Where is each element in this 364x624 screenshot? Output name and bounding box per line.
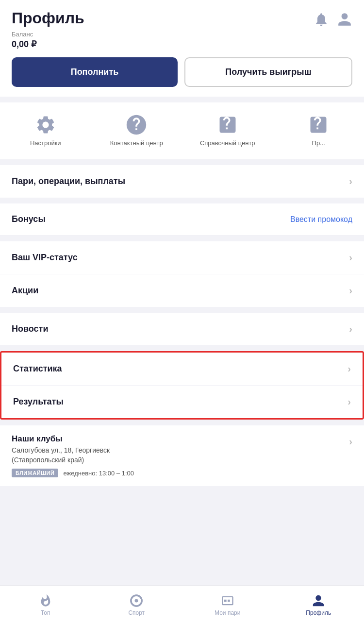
results-chevron-icon: › <box>347 396 351 407</box>
vip-menu-item[interactable]: Ваш VIP-статус › <box>0 241 364 274</box>
sport-icon <box>130 594 143 607</box>
news-chevron-icon: › <box>349 323 352 335</box>
bottom-nav: Топ Спорт Мои пари Профиль <box>0 585 364 624</box>
settings-label: Настройки <box>30 139 61 148</box>
quick-action-help[interactable]: Справочный центр <box>182 110 273 152</box>
clubs-chevron-icon: › <box>349 436 352 447</box>
more-icon <box>308 114 329 135</box>
quick-action-contact[interactable]: Контактный центр <box>91 110 182 152</box>
clubs-title: Наши клубы <box>12 434 134 444</box>
page-title: Профиль <box>12 10 84 27</box>
clubs-menu-item[interactable]: Наши клубы Салогубова ул., 18, Георгиевс… <box>0 425 364 486</box>
svg-point-2 <box>135 599 138 602</box>
nav-item-sport[interactable]: Спорт <box>91 586 182 624</box>
promo-label: Акции <box>12 286 38 296</box>
quick-action-more[interactable]: Пр... <box>273 110 364 152</box>
stats-chevron-icon: › <box>347 363 351 374</box>
nav-item-profile[interactable]: Профиль <box>273 586 364 624</box>
promo-menu-item[interactable]: Акции › <box>0 274 364 307</box>
results-menu-item[interactable]: Результаты › <box>1 386 363 418</box>
vip-label: Ваш VIP-статус <box>12 253 78 263</box>
nav-label-top: Топ <box>41 609 50 616</box>
action-buttons: Пополнить Получить выигрыш <box>0 57 364 97</box>
profile-nav-icon <box>312 594 325 607</box>
contact-label: Контактный центр <box>110 139 163 148</box>
bets-section: Пари, операции, выплаты › <box>0 165 364 198</box>
bonuses-label: Бонусы <box>12 214 46 224</box>
clubs-badge-row: БЛИЖАЙШИЙ ежедневно: 13:00 – 1:00 <box>12 469 134 477</box>
balance-label: Баланс <box>12 31 84 38</box>
vip-chevron-icon: › <box>349 252 352 263</box>
clubs-nearest-badge: БЛИЖАЙШИЙ <box>12 469 58 477</box>
contact-icon <box>126 114 147 135</box>
news-menu-item[interactable]: Новости › <box>0 313 364 345</box>
clubs-content: Наши клубы Салогубова ул., 18, Георгиевс… <box>12 434 134 477</box>
balance-amount: 0,00 ₽ <box>12 39 84 50</box>
flame-icon <box>39 594 52 607</box>
clubs-hours: ежедневно: 13:00 – 1:00 <box>63 470 134 477</box>
quick-action-settings[interactable]: Настройки <box>0 110 91 152</box>
header-left: Профиль Баланс 0,00 ₽ <box>12 10 84 50</box>
bonuses-menu-item[interactable]: Бонусы Ввести промокод <box>0 203 364 236</box>
nav-item-top[interactable]: Топ <box>0 586 91 624</box>
header-icons <box>314 12 352 27</box>
bonuses-section: Бонусы Ввести промокод <box>0 203 364 236</box>
notification-icon[interactable] <box>314 12 329 27</box>
clubs-address: Салогубова ул., 18, Георгиевск(Ставропол… <box>12 446 134 465</box>
stats-label: Статистика <box>13 364 62 374</box>
bets-menu-item[interactable]: Пари, операции, выплаты › <box>0 165 364 198</box>
highlighted-section: Статистика › Результаты › <box>0 351 364 420</box>
nav-label-profile: Профиль <box>306 609 331 616</box>
nav-label-mybets: Мои пари <box>215 609 240 616</box>
bets-label: Пари, операции, выплаты <box>12 176 125 186</box>
quick-actions: Настройки Контактный центр Справочный це… <box>0 102 364 159</box>
promo-chevron-icon: › <box>349 285 352 296</box>
nav-label-sport: Спорт <box>128 609 145 616</box>
results-label: Результаты <box>13 397 64 407</box>
header: Профиль Баланс 0,00 ₽ <box>0 0 364 57</box>
account-icon[interactable] <box>337 12 352 27</box>
help-icon <box>217 114 238 135</box>
more-label: Пр... <box>312 139 325 148</box>
vip-promo-section: Ваш VIP-статус › Акции › <box>0 241 364 307</box>
news-section: Новости › <box>0 313 364 345</box>
nav-item-mybets[interactable]: Мои пари <box>182 586 273 624</box>
clubs-section: Наши клубы Салогубова ул., 18, Георгиевс… <box>0 425 364 486</box>
promo-code-link[interactable]: Ввести промокод <box>290 215 352 224</box>
settings-icon <box>35 114 56 135</box>
mybets-icon <box>221 594 234 607</box>
withdraw-button[interactable]: Получить выигрыш <box>184 57 352 87</box>
stats-menu-item[interactable]: Статистика › <box>1 353 363 386</box>
deposit-button[interactable]: Пополнить <box>12 57 178 87</box>
news-label: Новости <box>12 324 48 334</box>
bets-chevron-icon: › <box>349 176 352 187</box>
help-label: Справочный центр <box>200 139 255 148</box>
